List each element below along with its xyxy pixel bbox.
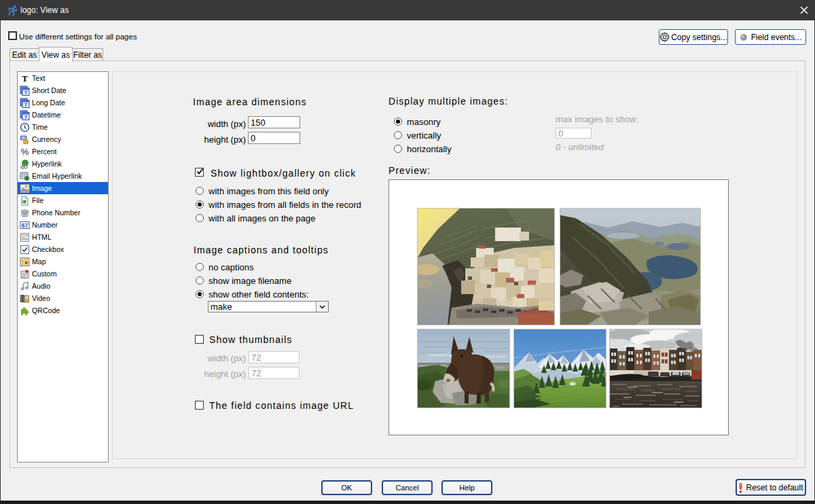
svg-text:7: 7	[24, 114, 28, 120]
svg-text:T: T	[22, 73, 28, 84]
svg-text:67: 67	[22, 221, 29, 228]
svg-text:7: 7	[24, 90, 28, 96]
svg-text:7: 7	[24, 102, 28, 108]
svg-text:A: A	[22, 234, 24, 238]
svg-text:%: %	[21, 147, 29, 157]
